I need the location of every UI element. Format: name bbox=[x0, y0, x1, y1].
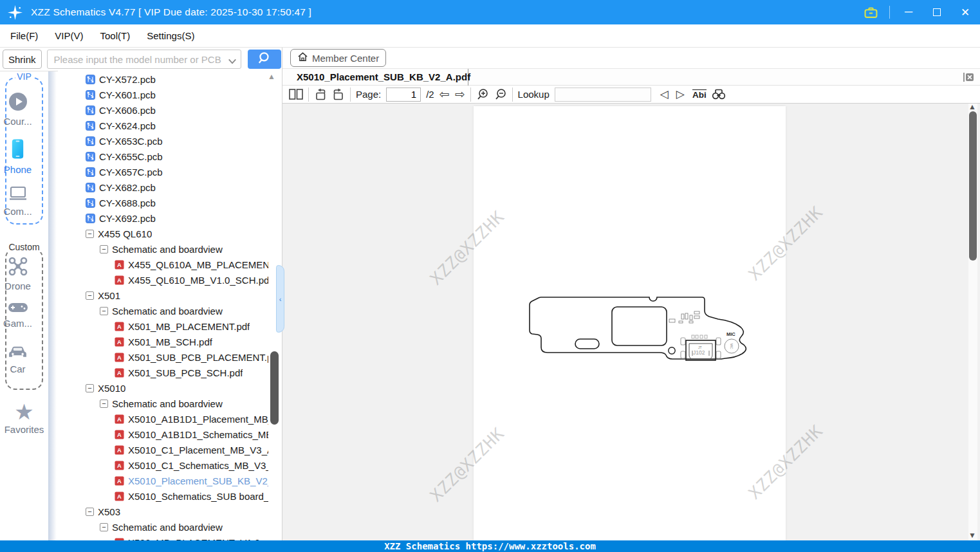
file-tree: CY-X572.pcbCY-X601.pcbCY-X606.pcbCY-X624… bbox=[58, 71, 281, 540]
tree-item-label: X5010_Placement_SUB_KB_V2_A.p bbox=[128, 475, 268, 486]
tree-row[interactable]: CY-X657C.pcb bbox=[58, 164, 281, 179]
tree-item-label: X455_QL610_MB_V1.0_SCH.pdf bbox=[128, 275, 268, 286]
close-all-tabs-icon[interactable] bbox=[963, 71, 974, 86]
tree-row[interactable]: AX501_MB_SCH.pdf bbox=[58, 334, 281, 349]
category-sidebar: VIP Cour... Phone Com... Custom bbox=[0, 71, 58, 540]
menu-tool[interactable]: Tool(T) bbox=[100, 30, 131, 41]
viewer-scroll-down-icon[interactable]: ▼︎ bbox=[968, 532, 976, 538]
menu-settings[interactable]: Settings(S) bbox=[147, 30, 194, 41]
chevron-down-icon[interactable] bbox=[228, 55, 237, 67]
tree-scroll-up-icon[interactable]: ▲︎ bbox=[268, 72, 275, 81]
search-button[interactable] bbox=[248, 50, 281, 69]
shrink-button[interactable]: Shrink bbox=[3, 50, 42, 69]
tree-row[interactable]: AX501_SUB_PCB_SCH.pdf bbox=[58, 365, 281, 380]
next-page-icon[interactable]: ⇨ bbox=[455, 88, 465, 100]
tree-row[interactable]: −Schematic and boardview bbox=[58, 396, 281, 411]
sidebar-item-courses[interactable]: Cour... bbox=[0, 92, 35, 127]
tree-item-label: X501 bbox=[98, 290, 120, 301]
tree-row[interactable]: AX501_MB_PLACEMENT.pdf bbox=[58, 318, 281, 334]
rotate-right-icon[interactable] bbox=[332, 88, 345, 101]
tree-row[interactable]: CY-X572.pcb bbox=[58, 71, 281, 87]
tree-row[interactable]: −X5010 bbox=[58, 380, 281, 396]
collapse-icon[interactable]: − bbox=[100, 307, 108, 315]
tree-row[interactable]: CY-X606.pcb bbox=[58, 102, 281, 118]
search-icon bbox=[257, 51, 272, 68]
tree-row[interactable]: −Schematic and boardview bbox=[58, 519, 281, 535]
zoom-out-icon[interactable] bbox=[494, 88, 507, 101]
tree-row[interactable]: CY-X624.pcb bbox=[58, 118, 281, 133]
collapse-icon[interactable]: − bbox=[86, 230, 94, 238]
collapse-panel-handle[interactable]: ‹ bbox=[276, 265, 284, 333]
find-next-icon[interactable]: ▷ bbox=[676, 89, 685, 100]
viewer-scrollbar-thumb[interactable] bbox=[969, 111, 977, 261]
svg-text:A: A bbox=[117, 354, 122, 361]
zoom-in-icon[interactable] bbox=[476, 88, 489, 101]
tree-item-label: CY-X682.pcb bbox=[99, 182, 156, 193]
collapse-icon[interactable]: − bbox=[86, 384, 94, 392]
lookup-input[interactable] bbox=[555, 87, 651, 102]
collapse-icon[interactable]: − bbox=[86, 508, 94, 516]
tree-row[interactable]: AX455_QL610_MB_V1.0_SCH.pdf bbox=[58, 272, 281, 288]
tree-row[interactable]: −X501 bbox=[58, 288, 281, 303]
sidebar-item-drone[interactable]: Drone bbox=[0, 257, 35, 291]
rotate-left-icon[interactable] bbox=[314, 88, 327, 101]
two-page-view-icon[interactable] bbox=[289, 88, 303, 100]
tree-row[interactable]: AX455_QL610A_MB_PLACEMENT_V bbox=[58, 257, 281, 272]
page-number-input[interactable] bbox=[386, 87, 421, 102]
svg-text:A: A bbox=[117, 432, 122, 438]
sidebar-item-car[interactable]: Car bbox=[0, 344, 35, 374]
mic-label: MIC bbox=[726, 331, 735, 337]
collapse-icon[interactable]: − bbox=[100, 245, 108, 253]
tree-row[interactable]: CY-X692.pcb bbox=[58, 210, 281, 226]
tree-row[interactable]: −Schematic and boardview bbox=[58, 303, 281, 318]
maximize-button[interactable] bbox=[927, 3, 947, 22]
search-input[interactable] bbox=[47, 50, 241, 69]
sidebar-item-favorites[interactable]: ★ Favorites bbox=[0, 401, 48, 435]
connector-refdes: J102 bbox=[693, 349, 705, 356]
tree-row[interactable]: −X503 bbox=[58, 504, 281, 519]
find-previous-icon[interactable]: ◁ bbox=[660, 89, 669, 100]
collapse-icon[interactable]: − bbox=[100, 523, 108, 531]
menu-file[interactable]: File(F) bbox=[10, 30, 38, 41]
close-button[interactable]: ✕ bbox=[956, 3, 975, 22]
tree-row[interactable]: CY-X655C.pcb bbox=[58, 149, 281, 164]
status-text: XZZ Schematics https://www.xzztools.com bbox=[384, 541, 596, 551]
tree-row[interactable]: AX501_SUB_PCB_PLACEMENT.pdf bbox=[58, 349, 281, 365]
tree-row[interactable]: AX5010_C1_Schematics_MB_V3_A.p bbox=[58, 457, 281, 473]
pcb-icon bbox=[86, 75, 95, 84]
pcb-icon bbox=[86, 167, 95, 177]
tree-row[interactable]: CY-X682.pcb bbox=[58, 179, 281, 195]
app-title: XZZ Schematics V4.77 [ VIP Due date: 202… bbox=[31, 6, 311, 18]
tree-scrollbar-thumb[interactable] bbox=[270, 351, 279, 425]
collapse-icon[interactable]: − bbox=[86, 291, 94, 300]
binoculars-icon[interactable] bbox=[712, 89, 726, 100]
tree-row[interactable]: AX503_MB_PLACEMENT_V1.0 bbox=[58, 535, 281, 540]
sidebar-item-label: Com... bbox=[3, 206, 32, 217]
tree-item-label: Schematic and boardview bbox=[112, 244, 223, 255]
star-icon: ★ bbox=[14, 401, 33, 423]
match-case-icon[interactable]: Abi bbox=[692, 89, 707, 100]
tree-row[interactable]: −X455 QL610 bbox=[58, 226, 281, 241]
tree-row[interactable]: AX5010_A1B1D1_Schematics_MB_V bbox=[58, 427, 281, 442]
member-center-button[interactable]: Member Center bbox=[290, 49, 386, 67]
tree-row[interactable]: CY-X601.pcb bbox=[58, 87, 281, 102]
prev-page-icon[interactable]: ⇦ bbox=[439, 88, 450, 100]
tab-active-pdf[interactable]: X5010_Placement_SUB_KB_V2_A.pdf bbox=[282, 69, 468, 86]
tree-row[interactable]: AX5010_C1_Placement_MB_V3_A.p bbox=[58, 442, 281, 457]
tree-row[interactable]: CY-X688.pcb bbox=[58, 195, 281, 210]
drone-icon bbox=[8, 257, 28, 279]
vip-briefcase-icon[interactable] bbox=[861, 3, 880, 22]
viewer-scroll-up-icon[interactable]: ▲︎ bbox=[968, 104, 976, 110]
tree-row[interactable]: CY-X653C.pcb bbox=[58, 133, 281, 149]
minimize-button[interactable]: ─ bbox=[899, 3, 918, 22]
tree-row[interactable]: AX5010_A1B1D1_Placement_MB_V bbox=[58, 411, 281, 427]
sidebar-item-computer[interactable]: Com... bbox=[0, 186, 35, 217]
collapse-icon[interactable]: − bbox=[100, 400, 108, 408]
sidebar-item-phone[interactable]: Phone bbox=[0, 138, 35, 175]
tree-item-label: CY-X688.pcb bbox=[99, 198, 156, 208]
sidebar-item-game[interactable]: Gam... bbox=[0, 302, 35, 329]
menu-vip[interactable]: VIP(V) bbox=[55, 30, 83, 41]
tree-row[interactable]: AX5010_Placement_SUB_KB_V2_A.p bbox=[58, 473, 281, 488]
tree-row[interactable]: AX5010_Schematics_SUB board_KB bbox=[58, 488, 281, 504]
tree-row[interactable]: −Schematic and boardview bbox=[58, 241, 281, 257]
